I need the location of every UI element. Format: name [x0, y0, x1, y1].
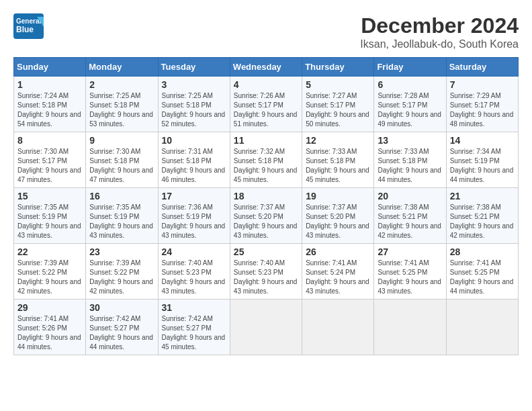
day-number: 19 — [306, 191, 370, 201]
day-info: Sunrise: 7:40 AM Sunset: 5:23 PM Dayligh… — [234, 259, 298, 296]
column-header-monday: Monday — [86, 58, 158, 77]
calendar-week-4: 22Sunrise: 7:39 AM Sunset: 5:22 PM Dayli… — [14, 244, 519, 300]
calendar-cell: 10Sunrise: 7:31 AM Sunset: 5:18 PM Dayli… — [158, 132, 230, 188]
day-number: 1 — [17, 79, 82, 90]
day-info: Sunrise: 7:41 AM Sunset: 5:24 PM Dayligh… — [306, 259, 370, 296]
day-number: 8 — [17, 135, 82, 146]
svg-text:General: General — [16, 17, 41, 25]
calendar-header: SundayMondayTuesdayWednesdayThursdayFrid… — [14, 58, 519, 77]
calendar-cell: 12Sunrise: 7:33 AM Sunset: 5:18 PM Dayli… — [302, 132, 374, 188]
calendar-cell: 6Sunrise: 7:28 AM Sunset: 5:17 PM Daylig… — [374, 77, 446, 132]
calendar-cell: 25Sunrise: 7:40 AM Sunset: 5:23 PM Dayli… — [230, 244, 302, 300]
day-info: Sunrise: 7:36 AM Sunset: 5:19 PM Dayligh… — [162, 203, 226, 240]
day-number: 10 — [162, 135, 226, 146]
day-info: Sunrise: 7:41 AM Sunset: 5:25 PM Dayligh… — [378, 259, 442, 296]
calendar-cell: 8Sunrise: 7:30 AM Sunset: 5:17 PM Daylig… — [14, 132, 86, 188]
day-number: 18 — [234, 191, 298, 201]
day-info: Sunrise: 7:39 AM Sunset: 5:22 PM Dayligh… — [17, 259, 82, 296]
day-number: 15 — [17, 191, 82, 201]
calendar-cell: 14Sunrise: 7:34 AM Sunset: 5:19 PM Dayli… — [446, 132, 518, 188]
calendar-body: 1Sunrise: 7:24 AM Sunset: 5:18 PM Daylig… — [14, 77, 519, 355]
calendar-week-2: 8Sunrise: 7:30 AM Sunset: 5:17 PM Daylig… — [14, 132, 519, 188]
day-number: 4 — [234, 79, 298, 90]
day-info: Sunrise: 7:31 AM Sunset: 5:18 PM Dayligh… — [162, 147, 226, 185]
day-info: Sunrise: 7:32 AM Sunset: 5:18 PM Dayligh… — [234, 147, 298, 185]
day-number: 12 — [306, 135, 370, 146]
page-subtitle: Iksan, Jeollabuk-do, South Korea — [360, 38, 519, 50]
day-number: 29 — [17, 302, 82, 313]
calendar-cell: 20Sunrise: 7:38 AM Sunset: 5:21 PM Dayli… — [374, 188, 446, 244]
day-info: Sunrise: 7:35 AM Sunset: 5:19 PM Dayligh… — [17, 203, 82, 240]
logo-icon: General Blue — [13, 13, 40, 37]
day-info: Sunrise: 7:33 AM Sunset: 5:18 PM Dayligh… — [306, 147, 370, 185]
column-header-friday: Friday — [374, 58, 446, 77]
calendar-cell: 9Sunrise: 7:30 AM Sunset: 5:18 PM Daylig… — [86, 132, 158, 188]
day-info: Sunrise: 7:30 AM Sunset: 5:17 PM Dayligh… — [17, 147, 82, 185]
svg-text:Blue: Blue — [16, 25, 34, 34]
calendar-cell: 15Sunrise: 7:35 AM Sunset: 5:19 PM Dayli… — [14, 188, 86, 244]
day-info: Sunrise: 7:35 AM Sunset: 5:19 PM Dayligh… — [89, 203, 154, 240]
calendar-cell: 21Sunrise: 7:38 AM Sunset: 5:21 PM Dayli… — [446, 188, 518, 244]
day-info: Sunrise: 7:28 AM Sunset: 5:17 PM Dayligh… — [378, 91, 442, 129]
day-info: Sunrise: 7:30 AM Sunset: 5:18 PM Dayligh… — [89, 147, 154, 185]
calendar-cell: 19Sunrise: 7:37 AM Sunset: 5:20 PM Dayli… — [302, 188, 374, 244]
calendar-cell — [446, 300, 518, 355]
day-number: 5 — [306, 79, 370, 90]
calendar-cell: 2Sunrise: 7:25 AM Sunset: 5:18 PM Daylig… — [86, 77, 158, 132]
day-info: Sunrise: 7:41 AM Sunset: 5:26 PM Dayligh… — [17, 314, 82, 352]
calendar-cell: 24Sunrise: 7:40 AM Sunset: 5:23 PM Dayli… — [158, 244, 230, 300]
calendar-cell: 16Sunrise: 7:35 AM Sunset: 5:19 PM Dayli… — [86, 188, 158, 244]
calendar-cell: 30Sunrise: 7:42 AM Sunset: 5:27 PM Dayli… — [86, 300, 158, 355]
day-number: 27 — [378, 246, 442, 257]
day-info: Sunrise: 7:38 AM Sunset: 5:21 PM Dayligh… — [450, 203, 515, 240]
calendar-cell: 13Sunrise: 7:33 AM Sunset: 5:18 PM Dayli… — [374, 132, 446, 188]
logo: General Blue — [13, 13, 44, 37]
calendar-cell: 27Sunrise: 7:41 AM Sunset: 5:25 PM Dayli… — [374, 244, 446, 300]
calendar-cell: 7Sunrise: 7:29 AM Sunset: 5:17 PM Daylig… — [446, 77, 518, 132]
day-info: Sunrise: 7:40 AM Sunset: 5:23 PM Dayligh… — [162, 259, 226, 296]
calendar-cell: 26Sunrise: 7:41 AM Sunset: 5:24 PM Dayli… — [302, 244, 374, 300]
day-number: 31 — [162, 302, 226, 313]
day-info: Sunrise: 7:42 AM Sunset: 5:27 PM Dayligh… — [162, 314, 226, 352]
day-number: 13 — [378, 135, 442, 146]
day-number: 7 — [450, 79, 515, 90]
day-number: 26 — [306, 246, 370, 257]
page-title: December 2024 — [360, 13, 519, 38]
column-header-tuesday: Tuesday — [158, 58, 230, 77]
day-info: Sunrise: 7:33 AM Sunset: 5:18 PM Dayligh… — [378, 147, 442, 185]
calendar-cell: 23Sunrise: 7:39 AM Sunset: 5:22 PM Dayli… — [86, 244, 158, 300]
day-number: 20 — [378, 191, 442, 201]
calendar-cell: 31Sunrise: 7:42 AM Sunset: 5:27 PM Dayli… — [158, 300, 230, 355]
day-info: Sunrise: 7:39 AM Sunset: 5:22 PM Dayligh… — [89, 259, 154, 296]
day-number: 25 — [234, 246, 298, 257]
day-info: Sunrise: 7:24 AM Sunset: 5:18 PM Dayligh… — [17, 91, 82, 129]
day-number: 6 — [378, 79, 442, 90]
calendar-cell: 29Sunrise: 7:41 AM Sunset: 5:26 PM Dayli… — [14, 300, 86, 355]
day-info: Sunrise: 7:25 AM Sunset: 5:18 PM Dayligh… — [89, 91, 154, 129]
column-header-sunday: Sunday — [14, 58, 86, 77]
calendar-cell — [302, 300, 374, 355]
calendar-cell: 18Sunrise: 7:37 AM Sunset: 5:20 PM Dayli… — [230, 188, 302, 244]
day-number: 17 — [162, 191, 226, 201]
column-header-saturday: Saturday — [446, 58, 518, 77]
calendar-week-1: 1Sunrise: 7:24 AM Sunset: 5:18 PM Daylig… — [14, 77, 519, 132]
calendar-week-5: 29Sunrise: 7:41 AM Sunset: 5:26 PM Dayli… — [14, 300, 519, 355]
day-number: 9 — [89, 135, 154, 146]
day-number: 16 — [89, 191, 154, 201]
column-header-wednesday: Wednesday — [230, 58, 302, 77]
day-info: Sunrise: 7:25 AM Sunset: 5:18 PM Dayligh… — [162, 91, 226, 129]
day-number: 21 — [450, 191, 515, 201]
day-number: 23 — [89, 246, 154, 257]
calendar-week-3: 15Sunrise: 7:35 AM Sunset: 5:19 PM Dayli… — [14, 188, 519, 244]
day-info: Sunrise: 7:37 AM Sunset: 5:20 PM Dayligh… — [234, 203, 298, 240]
day-number: 30 — [89, 302, 154, 313]
day-number: 3 — [162, 79, 226, 90]
day-info: Sunrise: 7:26 AM Sunset: 5:17 PM Dayligh… — [234, 91, 298, 129]
calendar-table: SundayMondayTuesdayWednesdayThursdayFrid… — [13, 57, 519, 355]
calendar-cell: 3Sunrise: 7:25 AM Sunset: 5:18 PM Daylig… — [158, 77, 230, 132]
day-number: 11 — [234, 135, 298, 146]
day-number: 24 — [162, 246, 226, 257]
header-row: SundayMondayTuesdayWednesdayThursdayFrid… — [14, 58, 519, 77]
day-number: 28 — [450, 246, 515, 257]
day-info: Sunrise: 7:42 AM Sunset: 5:27 PM Dayligh… — [89, 314, 154, 352]
